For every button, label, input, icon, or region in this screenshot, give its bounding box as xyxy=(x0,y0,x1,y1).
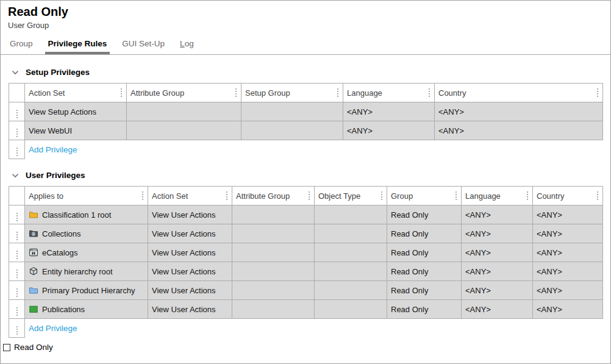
add-privilege-link[interactable]: Add Privilege xyxy=(29,324,77,333)
cell-country[interactable]: <ANY> xyxy=(533,205,603,224)
tab-gui-setup[interactable]: GUI Set-Up xyxy=(120,39,166,54)
cell-setup-group[interactable] xyxy=(241,102,343,121)
cell-language[interactable]: <ANY> xyxy=(462,300,533,319)
cell-action-set[interactable]: View User Actions xyxy=(148,281,232,300)
cell-country[interactable]: <ANY> xyxy=(533,243,603,262)
row-menu-icon[interactable] xyxy=(15,249,19,260)
row-handle-cell xyxy=(9,102,25,121)
cell-applies-to[interactable]: Collections xyxy=(25,224,148,243)
cell-language[interactable]: <ANY> xyxy=(462,281,533,300)
cell-country[interactable]: <ANY> xyxy=(533,281,603,300)
cell-group[interactable]: Read Only xyxy=(387,224,462,243)
row-menu-icon[interactable] xyxy=(15,109,19,120)
row-menu-icon[interactable] xyxy=(15,306,19,317)
cell-language[interactable]: <ANY> xyxy=(343,121,435,140)
tab-group[interactable]: Group xyxy=(8,39,35,54)
cell-language[interactable]: <ANY> xyxy=(462,243,533,262)
cell-attribute-group[interactable] xyxy=(232,205,315,224)
row-menu-icon[interactable] xyxy=(15,325,19,336)
cell-applies-to[interactable]: Entity hierarchy root xyxy=(25,262,148,281)
column-menu-icon[interactable] xyxy=(596,190,599,201)
cell-attribute-group[interactable] xyxy=(232,300,315,319)
read-only-checkbox[interactable] xyxy=(3,344,10,351)
tab-privilege-rules[interactable]: Privilege Rules xyxy=(46,39,109,54)
column-header-setup-group[interactable]: Setup Group xyxy=(241,84,343,102)
table-row: View Setup Actions <ANY> <ANY> xyxy=(9,102,603,121)
chevron-down-icon[interactable] xyxy=(11,68,20,77)
cell-language[interactable]: <ANY> xyxy=(343,102,435,121)
cell-action-set[interactable]: View User Actions xyxy=(148,262,232,281)
column-menu-icon[interactable] xyxy=(427,87,431,98)
cell-object-type[interactable] xyxy=(315,281,387,300)
column-menu-icon[interactable] xyxy=(526,190,529,201)
cell-object-type[interactable] xyxy=(315,243,387,262)
cell-country[interactable]: <ANY> xyxy=(533,262,603,281)
cell-group[interactable]: Read Only xyxy=(387,205,462,224)
cell-group[interactable]: Read Only xyxy=(387,281,462,300)
column-header-object-type[interactable]: Object Type xyxy=(315,187,387,205)
setup-privileges-heading: Setup Privileges xyxy=(9,68,602,77)
cell-attribute-group[interactable] xyxy=(232,224,315,243)
column-menu-icon[interactable] xyxy=(225,190,229,201)
cell-action-set[interactable]: View WebUI xyxy=(25,121,127,140)
column-header-action-set[interactable]: Action Set xyxy=(25,84,127,102)
cell-object-type[interactable] xyxy=(315,205,387,224)
cell-attribute-group[interactable] xyxy=(232,243,315,262)
cell-applies-to[interactable]: eCatalogs xyxy=(25,243,148,262)
cell-language[interactable]: <ANY> xyxy=(462,205,533,224)
column-header-country[interactable]: Country xyxy=(533,187,603,205)
column-menu-icon[interactable] xyxy=(307,190,311,201)
column-header-country[interactable]: Country xyxy=(435,84,603,102)
cell-country[interactable]: <ANY> xyxy=(533,300,603,319)
column-header-language[interactable]: Language xyxy=(343,84,435,102)
cell-group[interactable]: Read Only xyxy=(387,243,462,262)
cell-attribute-group[interactable] xyxy=(232,262,315,281)
cell-action-set[interactable]: View User Actions xyxy=(148,224,232,243)
column-header-attribute-group[interactable]: Attribute Group xyxy=(127,84,241,102)
column-header-action-set[interactable]: Action Set xyxy=(148,187,232,205)
row-menu-icon[interactable] xyxy=(15,230,19,241)
cell-country[interactable]: <ANY> xyxy=(435,121,603,140)
cell-attribute-group[interactable] xyxy=(127,102,241,121)
cell-language[interactable]: <ANY> xyxy=(462,224,533,243)
column-menu-icon[interactable] xyxy=(234,87,238,98)
row-menu-icon[interactable] xyxy=(15,212,19,223)
cell-group[interactable]: Read Only xyxy=(387,262,462,281)
add-privilege-link[interactable]: Add Privilege xyxy=(29,145,77,154)
cell-action-set[interactable]: View Setup Actions xyxy=(25,102,127,121)
cell-attribute-group[interactable] xyxy=(232,281,315,300)
column-header-language[interactable]: Language xyxy=(462,187,533,205)
table-row: Publications View User Actions Read Only… xyxy=(9,300,603,319)
column-header-group[interactable]: Group xyxy=(387,187,462,205)
row-menu-icon[interactable] xyxy=(15,127,19,138)
cell-applies-to[interactable]: Publications xyxy=(25,300,148,319)
column-menu-icon[interactable] xyxy=(120,87,123,98)
cell-setup-group[interactable] xyxy=(241,121,343,140)
add-privilege-cell: Add Privilege xyxy=(25,319,603,338)
cell-object-type[interactable] xyxy=(315,224,387,243)
column-menu-icon[interactable] xyxy=(336,87,340,98)
column-menu-icon[interactable] xyxy=(141,190,145,201)
cell-country[interactable]: <ANY> xyxy=(435,102,603,121)
cell-object-type[interactable] xyxy=(315,300,387,319)
chevron-down-icon[interactable] xyxy=(11,171,20,180)
column-menu-icon[interactable] xyxy=(380,190,384,201)
column-menu-icon[interactable] xyxy=(596,87,599,98)
row-menu-icon[interactable] xyxy=(15,268,19,279)
tab-log[interactable]: Log xyxy=(178,39,196,54)
cell-language[interactable]: <ANY> xyxy=(462,262,533,281)
cell-action-set[interactable]: View User Actions xyxy=(148,300,232,319)
cell-applies-to[interactable]: Primary Product Hierarchy xyxy=(25,281,148,300)
row-menu-icon[interactable] xyxy=(15,146,19,157)
row-menu-icon[interactable] xyxy=(15,287,19,298)
cell-group[interactable]: Read Only xyxy=(387,300,462,319)
column-menu-icon[interactable] xyxy=(454,190,458,201)
cell-object-type[interactable] xyxy=(315,262,387,281)
column-header-applies-to[interactable]: Applies to xyxy=(25,187,148,205)
cell-action-set[interactable]: View User Actions xyxy=(148,243,232,262)
column-header-attribute-group[interactable]: Attribute Group xyxy=(232,187,315,205)
cell-country[interactable]: <ANY> xyxy=(533,224,603,243)
cell-action-set[interactable]: View User Actions xyxy=(148,205,232,224)
cell-applies-to[interactable]: Classification 1 root xyxy=(25,205,148,224)
cell-attribute-group[interactable] xyxy=(127,121,241,140)
